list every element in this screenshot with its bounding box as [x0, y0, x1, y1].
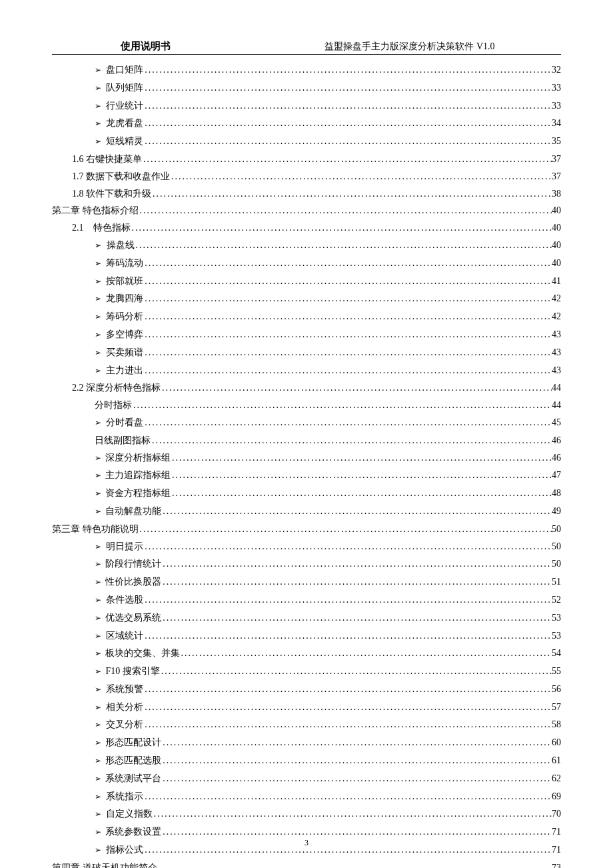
toc-entry[interactable]: ➢多空博弈43: [52, 326, 561, 344]
toc-entry[interactable]: ➢条件选股52: [52, 591, 561, 609]
toc-entry[interactable]: ➢筹码流动40: [52, 255, 561, 273]
toc-leader: [171, 485, 552, 502]
toc-entry[interactable]: ➢主力进出43: [52, 362, 561, 380]
toc-entry[interactable]: 1.7 数据下载和收盘作业37: [52, 168, 561, 185]
toc-entry[interactable]: ➢短线精灵35: [52, 133, 561, 151]
toc-page-number: 56: [552, 681, 561, 698]
bullet-icon: ➢: [95, 806, 106, 823]
toc-entry[interactable]: ➢买卖频谱43: [52, 344, 561, 362]
toc-leader: [143, 290, 552, 307]
toc-leader: [161, 752, 552, 769]
toc-leader: [161, 734, 552, 751]
toc-entry[interactable]: ➢盘口矩阵32: [52, 61, 561, 79]
toc-entry[interactable]: ➢龙腾四海42: [52, 290, 561, 308]
toc-entry[interactable]: 第二章 特色指标介绍40: [52, 202, 561, 219]
toc-entry[interactable]: ➢系统指示69: [52, 788, 561, 806]
toc-page-number: 35: [552, 133, 561, 150]
bullet-icon: ➢: [95, 717, 106, 734]
toc-entry[interactable]: 日线副图指标46: [52, 432, 561, 449]
toc-label: 阶段行情统计: [105, 555, 161, 573]
toc-label: 主力追踪指标组: [105, 467, 171, 484]
toc-entry[interactable]: ➢优选交易系统53: [52, 609, 561, 627]
bullet-icon: ➢: [95, 610, 105, 627]
toc-entry[interactable]: ➢行业统计33: [52, 97, 561, 115]
page-number: 3: [0, 838, 613, 848]
toc-label: 操盘线: [107, 237, 135, 254]
toc-label: 筹码分析: [106, 308, 143, 325]
bullet-icon: ➢: [95, 450, 105, 467]
bullet-icon: ➢: [95, 415, 106, 432]
bullet-icon: ➢: [95, 255, 106, 273]
toc-leader: [143, 326, 552, 343]
toc-entry[interactable]: 第三章 特色功能说明50: [52, 521, 561, 538]
toc-leader: [153, 805, 552, 823]
toc-entry[interactable]: 第四章 道破天机功能简介73: [52, 859, 561, 868]
toc-label: 系统预警: [106, 681, 143, 698]
toc-page-number: 52: [552, 591, 561, 609]
toc-leader: [161, 503, 552, 520]
toc-page-number: 61: [552, 752, 561, 769]
toc-leader: [143, 788, 552, 805]
toc-entry[interactable]: ➢板块的交集、并集54: [52, 645, 561, 663]
bullet-icon: ➢: [95, 539, 106, 556]
toc-page-number: 43: [552, 344, 561, 361]
toc-page-number: 49: [552, 503, 561, 520]
toc-entry[interactable]: ➢筹码分析42: [52, 308, 561, 326]
toc-entry[interactable]: 分时指标44: [52, 397, 561, 414]
toc-entry[interactable]: ➢F10 搜索引擎55: [52, 663, 561, 681]
toc-entry[interactable]: ➢分时看盘45: [52, 414, 561, 432]
toc-entry[interactable]: ➢性价比换股器51: [52, 573, 561, 591]
bullet-icon: ➢: [95, 273, 106, 291]
toc-page-number: 33: [552, 97, 561, 115]
bullet-icon: ➢: [95, 645, 105, 663]
toc-page-number: 60: [552, 734, 561, 751]
toc-label: 筹码流动: [106, 255, 143, 272]
toc-entry[interactable]: ➢主力追踪指标组47: [52, 467, 561, 485]
toc-page-number: 42: [552, 308, 561, 325]
toc-entry[interactable]: ➢龙虎看盘34: [52, 115, 561, 133]
toc-leader: [131, 219, 552, 237]
toc-page-number: 41: [552, 273, 561, 290]
toc-label: 按部就班: [106, 273, 143, 290]
toc-entry[interactable]: ➢区域统计53: [52, 627, 561, 645]
toc-entry[interactable]: ➢自动解盘功能49: [52, 503, 561, 521]
toc-entry[interactable]: ➢资金方程指标组48: [52, 485, 561, 503]
toc-label: 行业统计: [106, 97, 143, 115]
toc-entry[interactable]: ➢按部就班41: [52, 273, 561, 291]
toc-entry[interactable]: ➢队列矩阵33: [52, 79, 561, 97]
toc-label: 性价比换股器: [105, 573, 161, 591]
toc-entry[interactable]: ➢操盘线40: [52, 237, 561, 255]
toc-leader: [161, 770, 552, 787]
toc-page-number: 51: [552, 573, 561, 591]
toc-entry[interactable]: ➢交叉分析58: [52, 716, 561, 734]
bullet-icon: ➢: [95, 309, 106, 326]
toc-entry[interactable]: ➢深度分析指标组46: [52, 449, 561, 467]
toc-leader: [143, 716, 552, 733]
toc-label: 2.1 特色指标: [72, 219, 131, 237]
page-header: 使用说明书 益盟操盘手主力版深度分析决策软件 V1.0: [52, 40, 561, 55]
toc-page-number: 42: [552, 290, 561, 307]
toc-entry[interactable]: ➢阶段行情统计50: [52, 555, 561, 573]
bullet-icon: ➢: [95, 681, 106, 699]
toc-entry[interactable]: 1.6 右键快捷菜单37: [52, 151, 561, 168]
toc-label: 日线副图指标: [95, 432, 151, 449]
toc-label: 系统指示: [106, 788, 143, 805]
toc-entry[interactable]: ➢系统预警56: [52, 681, 561, 699]
toc-entry[interactable]: 2.2 深度分析特色指标44: [52, 379, 561, 397]
toc-entry[interactable]: ➢相关分析57: [52, 699, 561, 717]
toc-entry[interactable]: 1.8 软件下载和升级38: [52, 185, 561, 203]
bullet-icon: ➢: [95, 771, 105, 788]
toc-label: 自定义指数: [106, 805, 153, 823]
toc-leader: [135, 237, 552, 254]
toc-entry[interactable]: ➢明日提示50: [52, 538, 561, 556]
toc-leader: [143, 681, 552, 698]
toc-page-number: 50: [552, 538, 561, 555]
toc-page-number: 43: [552, 326, 561, 343]
bullet-icon: ➢: [95, 503, 105, 521]
toc-entry[interactable]: ➢系统测试平台62: [52, 770, 561, 788]
toc-entry[interactable]: ➢形态匹配设计60: [52, 734, 561, 752]
toc-entry[interactable]: ➢形态匹配选股61: [52, 752, 561, 770]
toc-page-number: 57: [552, 699, 561, 716]
toc-entry[interactable]: 2.1 特色指标40: [52, 219, 561, 237]
toc-entry[interactable]: ➢自定义指数70: [52, 805, 561, 823]
